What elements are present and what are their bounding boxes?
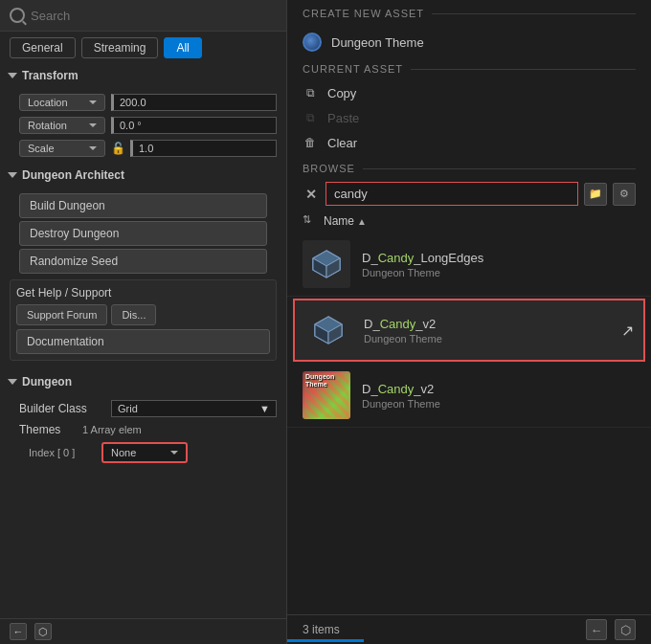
navigate-target-button[interactable]: ⬡ bbox=[615, 619, 636, 640]
scale-value[interactable]: 1.0 bbox=[130, 140, 277, 157]
scale-row: Scale 🔓 1.0 bbox=[0, 137, 286, 160]
get-help-title: Get Help / Support bbox=[16, 286, 270, 300]
asset-info: D_Candy_v2 Dungeon Theme bbox=[362, 382, 636, 410]
general-filter-button[interactable]: General bbox=[10, 37, 76, 58]
asset-info: D_Candy_LongEdges Dungeon Theme bbox=[362, 251, 636, 278]
themes-value: 1 Array elem bbox=[82, 424, 142, 435]
rotation-chevron-icon bbox=[89, 123, 97, 127]
builder-class-row: Builder Class Grid ▼ bbox=[0, 397, 286, 420]
all-filter-button[interactable]: All bbox=[164, 37, 201, 58]
copy-label: Copy bbox=[327, 86, 356, 100]
cursor-indicator: ↗ bbox=[621, 322, 634, 340]
search-input[interactable] bbox=[31, 9, 277, 23]
themes-row: Themes 1 Array elem bbox=[0, 420, 286, 439]
index-label: Index [ 0 ] bbox=[29, 447, 96, 458]
browse-search-row: ✕ 📁 ⚙ bbox=[287, 178, 651, 210]
builder-class-chevron-icon: ▼ bbox=[259, 403, 270, 414]
clear-search-button[interactable]: ✕ bbox=[303, 186, 320, 203]
dungeon-architect-section-header[interactable]: Dungeon Architect bbox=[0, 164, 286, 187]
builder-class-value: Grid bbox=[118, 403, 138, 414]
paste-menu-item[interactable]: ⧉ Paste bbox=[287, 105, 651, 130]
search-bar bbox=[0, 0, 286, 32]
transform-section-header[interactable]: Transform bbox=[0, 64, 286, 87]
right-panel: CREATE NEW ASSET Dungeon Theme CURRENT A… bbox=[287, 0, 651, 644]
dungeon-section-header[interactable]: Dungeon bbox=[0, 370, 286, 393]
help-buttons: Support Forum Dis... bbox=[16, 304, 270, 325]
copy-menu-item[interactable]: ⧉ Copy bbox=[287, 80, 651, 105]
clear-label: Clear bbox=[327, 136, 357, 150]
rotation-dropdown[interactable]: Rotation bbox=[19, 117, 105, 134]
asset-thumbnail: DungeonTheme bbox=[303, 371, 350, 419]
streaming-filter-button[interactable]: Streaming bbox=[81, 37, 159, 58]
dungeon-title: Dungeon bbox=[22, 375, 72, 389]
asset-list: D_Candy_LongEdges Dungeon Theme D_Candy_… bbox=[287, 233, 651, 614]
back-icon[interactable]: ← bbox=[10, 623, 27, 640]
asset-name: D_Candy_v2 bbox=[364, 317, 610, 331]
transform-title: Transform bbox=[22, 69, 79, 82]
sort-direction-icon: ▲ bbox=[357, 216, 367, 227]
scale-label: Scale bbox=[28, 143, 55, 154]
asset-name: D_Candy_LongEdges bbox=[362, 251, 636, 265]
trash-icon: 🗑 bbox=[303, 135, 318, 150]
dungeon-architect-title: Dungeon Architect bbox=[22, 168, 124, 182]
transform-section: Location 200.0 Rotation 0.0 ° Scale 🔓 1.… bbox=[0, 87, 286, 164]
dungeon-theme-icon bbox=[303, 33, 322, 52]
clear-menu-item[interactable]: 🗑 Clear bbox=[287, 130, 651, 155]
paste-label: Paste bbox=[327, 111, 359, 125]
dungeon-architect-section: Build Dungeon Destroy Dungeon Randomize … bbox=[0, 187, 286, 370]
discord-button[interactable]: Dis... bbox=[111, 304, 156, 325]
location-label: Location bbox=[28, 97, 68, 108]
list-item[interactable]: D_Candy_v2 Dungeon Theme ↗ bbox=[293, 299, 645, 362]
dungeon-theme-row: Dungeon Theme bbox=[287, 27, 651, 57]
dungeon-arrow-icon bbox=[8, 379, 17, 385]
builder-class-dropdown[interactable]: Grid ▼ bbox=[111, 400, 277, 417]
asset-info: D_Candy_v2 Dungeon Theme bbox=[364, 317, 610, 344]
none-dropdown[interactable]: None bbox=[101, 442, 188, 463]
asset-name: D_Candy_v2 bbox=[362, 382, 636, 396]
none-value: None bbox=[111, 447, 136, 458]
asset-cube-icon bbox=[304, 306, 352, 354]
rotation-value[interactable]: 0.0 ° bbox=[111, 117, 277, 134]
items-count: 3 items bbox=[303, 623, 340, 636]
scale-chevron-icon bbox=[89, 146, 97, 150]
copy-icon: ⧉ bbox=[303, 85, 318, 100]
asset-type: Dungeon Theme bbox=[362, 267, 636, 278]
browse-search-input[interactable] bbox=[326, 182, 578, 206]
index-row: Index [ 0 ] None bbox=[0, 439, 286, 466]
sort-icon: ⇅ bbox=[303, 213, 318, 229]
support-forum-button[interactable]: Support Forum bbox=[16, 304, 107, 325]
dungeon-architect-arrow-icon bbox=[8, 172, 17, 178]
scale-dropdown[interactable]: Scale bbox=[19, 140, 105, 157]
bottom-bar: ← ⬡ bbox=[0, 618, 286, 644]
location-chevron-icon bbox=[89, 100, 97, 104]
settings-icon-button[interactable]: ⚙ bbox=[613, 183, 636, 206]
location-value[interactable]: 200.0 bbox=[111, 94, 277, 111]
rotation-row: Rotation 0.0 ° bbox=[0, 114, 286, 137]
lock-icon[interactable]: 🔓 bbox=[111, 142, 124, 155]
dungeon-sub-section: Builder Class Grid ▼ Themes 1 Array elem… bbox=[0, 393, 286, 470]
asset-type: Dungeon Theme bbox=[364, 333, 610, 344]
rotation-label: Rotation bbox=[28, 120, 67, 131]
sort-name-button[interactable]: Name ▲ bbox=[324, 214, 367, 228]
paste-icon: ⧉ bbox=[303, 110, 318, 125]
search-icon bbox=[10, 8, 25, 23]
current-asset-header: CURRENT ASSET bbox=[287, 57, 651, 80]
documentation-button[interactable]: Documentation bbox=[16, 329, 270, 354]
navigate-back-button[interactable]: ← bbox=[586, 619, 607, 640]
get-help-block: Get Help / Support Support Forum Dis... … bbox=[10, 279, 277, 361]
location-row: Location 200.0 bbox=[0, 91, 286, 114]
build-dungeon-button[interactable]: Build Dungeon bbox=[19, 193, 267, 218]
hex-icon[interactable]: ⬡ bbox=[34, 623, 52, 640]
list-item[interactable]: D_Candy_LongEdges Dungeon Theme bbox=[287, 233, 651, 297]
filter-buttons: General Streaming All bbox=[0, 32, 286, 64]
asset-cube-icon bbox=[303, 240, 350, 288]
none-dropdown-chevron-icon bbox=[170, 451, 178, 455]
randomize-seed-button[interactable]: Randomize Seed bbox=[19, 249, 267, 274]
browse-header: BROWSE bbox=[287, 155, 651, 178]
folder-icon-button[interactable]: 📁 bbox=[584, 183, 607, 206]
location-dropdown[interactable]: Location bbox=[19, 94, 105, 111]
destroy-dungeon-button[interactable]: Destroy Dungeon bbox=[19, 221, 267, 246]
builder-class-label: Builder Class bbox=[19, 402, 105, 415]
dungeon-theme-label: Dungeon Theme bbox=[331, 35, 424, 50]
list-item[interactable]: DungeonTheme D_Candy_v2 Dungeon Theme bbox=[287, 364, 651, 428]
